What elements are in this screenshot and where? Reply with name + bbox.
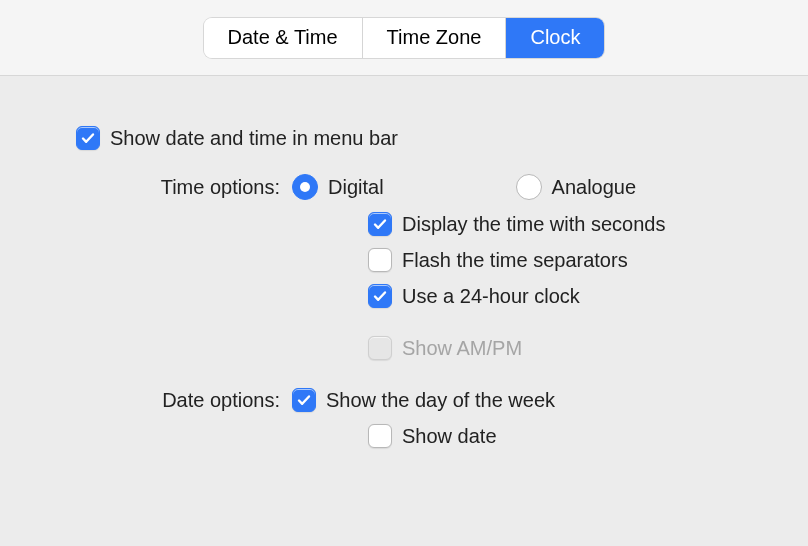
digital-label: Digital [328, 176, 384, 199]
analogue-label: Analogue [552, 176, 637, 199]
show-menu-bar-label: Show date and time in menu bar [110, 127, 398, 150]
checkmark-icon [372, 216, 388, 232]
use-24h-label: Use a 24-hour clock [402, 285, 580, 308]
tabbar-container: Date & Time Time Zone Clock [0, 0, 808, 76]
use-24h-checkbox[interactable] [368, 284, 392, 308]
checkmark-icon [80, 130, 96, 146]
tab-clock[interactable]: Clock [506, 18, 604, 58]
show-ampm-checkbox [368, 336, 392, 360]
analogue-radio[interactable] [516, 174, 542, 200]
radio-dot-icon [300, 182, 310, 192]
date-options-label: Date options: [162, 389, 280, 411]
tab-time-zone[interactable]: Time Zone [363, 18, 507, 58]
tab-segmented-control: Date & Time Time Zone Clock [204, 18, 605, 58]
time-options-label: Time options: [161, 176, 280, 198]
show-day-of-week-label: Show the day of the week [326, 389, 555, 412]
display-seconds-label: Display the time with seconds [402, 213, 665, 236]
tab-label: Date & Time [228, 26, 338, 49]
tab-label: Time Zone [387, 26, 482, 49]
show-menu-bar-checkbox[interactable] [76, 126, 100, 150]
flash-separators-checkbox[interactable] [368, 248, 392, 272]
show-date-checkbox[interactable] [368, 424, 392, 448]
digital-radio[interactable] [292, 174, 318, 200]
show-date-label: Show date [402, 425, 497, 448]
display-seconds-checkbox[interactable] [368, 212, 392, 236]
clock-settings-pane: Show date and time in menu bar Time opti… [0, 76, 808, 448]
checkmark-icon [296, 392, 312, 408]
tab-label: Clock [530, 26, 580, 49]
show-ampm-label: Show AM/PM [402, 337, 522, 360]
flash-separators-label: Flash the time separators [402, 249, 628, 272]
tab-date-time[interactable]: Date & Time [204, 18, 363, 58]
checkmark-icon [372, 288, 388, 304]
show-day-of-week-checkbox[interactable] [292, 388, 316, 412]
